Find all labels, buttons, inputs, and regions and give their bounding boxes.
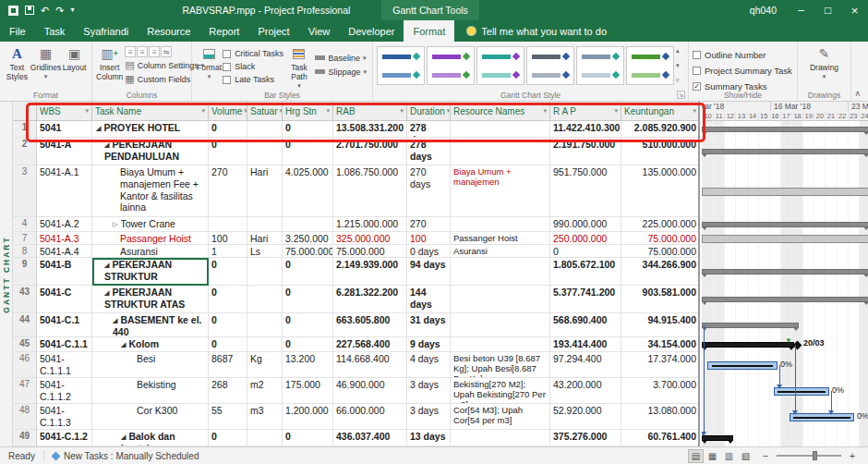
maximize-button[interactable]: □ [814, 0, 841, 20]
cell-volume[interactable]: 0 [209, 337, 247, 352]
cell-hrg-stn[interactable]: 75.000.000 [283, 245, 333, 258]
drawing-button[interactable]: ✎ Drawing ▾ [808, 43, 841, 80]
cell-rap[interactable]: 990.000.000 [550, 217, 621, 232]
summary-bar[interactable] [702, 222, 868, 227]
cell-wbs[interactable]: 5041-C.1.1 [37, 337, 92, 352]
text-styles-button[interactable]: A Text Styles [4, 43, 30, 82]
task-bar[interactable] [702, 235, 868, 243]
align-left-icon[interactable]: ≡ [125, 46, 136, 57]
cell-rab[interactable]: 436.037.400 [333, 430, 407, 446]
cell-keuntungan[interactable]: 510.000.000 [621, 138, 700, 165]
expand-triangle-icon[interactable]: ▷ [113, 221, 117, 227]
tab-project[interactable]: Project [248, 20, 298, 42]
close-button[interactable]: × [841, 0, 868, 20]
cell-satuan[interactable] [247, 286, 283, 313]
gridlines-button[interactable]: ▦ Gridlines ▾ [30, 43, 62, 80]
cell-resource-names[interactable] [451, 138, 550, 165]
cell-volume[interactable]: 55 [209, 404, 247, 430]
cell-task-name[interactable]: ◢PEKERJAAN STRUKTUR ATAS [92, 286, 209, 313]
filter-arrow-icon[interactable]: ▾ [614, 107, 618, 115]
cell-resource-names[interactable]: Passanger Hoist [451, 232, 550, 245]
cell-wbs[interactable]: 5041-A [37, 138, 92, 165]
cell-task-name[interactable]: ◢PROYEK HOTEL [92, 121, 209, 138]
column-header-rab[interactable]: RAB▾ [333, 102, 407, 120]
collapse-triangle-icon[interactable]: ◢ [104, 289, 109, 296]
align-right-icon[interactable]: ≡ [149, 46, 160, 57]
filter-arrow-icon[interactable]: ▾ [201, 107, 205, 115]
cell-hrg-stn[interactable]: 3.250.000 [283, 232, 333, 245]
cell-duration[interactable]: 270 days [407, 165, 451, 217]
resource-sheet-view-icon[interactable]: ▧ [738, 449, 753, 463]
summary-bar[interactable] [702, 323, 799, 328]
tab-view[interactable]: View [299, 20, 340, 42]
cell-hrg-stn[interactable]: 0 [283, 138, 333, 165]
cell-rap[interactable]: 568.690.400 [550, 313, 621, 337]
collapse-triangle-icon[interactable]: ◢ [113, 317, 117, 324]
collapse-triangle-icon[interactable]: ◢ [96, 125, 101, 131]
cell-duration[interactable]: 144 days [407, 286, 451, 313]
cell-task-name[interactable]: Passanger Hoist [92, 232, 209, 245]
cell-hrg-stn[interactable]: 0 [283, 121, 333, 138]
cell-wbs[interactable]: 5041 [37, 121, 92, 138]
cell-satuan[interactable]: Hari [247, 232, 283, 245]
cell-rap[interactable]: 2.191.750.000 [550, 138, 621, 165]
cell-rab[interactable]: 2.701.750.000 [333, 138, 407, 165]
undo-icon[interactable]: ↶ [41, 6, 49, 16]
cell-hrg-stn[interactable]: 1.200.000 [283, 404, 333, 430]
summary-bar[interactable] [702, 149, 868, 154]
cell-hrg-stn[interactable]: 0 [283, 430, 333, 446]
gantt-style-tile-2[interactable] [427, 46, 475, 85]
baseline-button[interactable]: Baseline ▾ [313, 51, 368, 65]
gantt-view-icon[interactable]: ▤ [688, 449, 704, 463]
gantt-style-tile-5[interactable] [576, 46, 624, 85]
cell-duration[interactable]: 278 days [407, 138, 451, 165]
checkbox-critical-tasks[interactable]: Critical Tasks [223, 47, 284, 60]
zoom-slider[interactable] [777, 455, 841, 457]
cell-resource-names[interactable]: Asuransi [451, 245, 550, 258]
collapse-triangle-icon[interactable]: ◢ [104, 141, 109, 148]
cell-keuntungan[interactable]: 13.080.000 [621, 404, 700, 430]
cell-duration[interactable]: 94 days [407, 258, 451, 286]
tab-developer[interactable]: Developer [339, 20, 404, 42]
align-center-icon[interactable]: ≡ [137, 46, 148, 57]
cell-hrg-stn[interactable]: 0 [283, 286, 333, 313]
cell-resource-names[interactable] [451, 337, 550, 352]
cell-satuan[interactable]: m2 [247, 378, 283, 404]
cell-volume[interactable]: 1 [209, 245, 247, 258]
summary-bar[interactable] [702, 269, 868, 275]
cell-wbs[interactable]: 5041-C.1 [37, 313, 92, 337]
cell-keuntungan[interactable]: 94.915.400 [621, 313, 700, 337]
cell-rap[interactable]: 52.920.000 [550, 404, 621, 430]
cell-resource-names[interactable]: Biaya Umum + manajemen [451, 165, 550, 217]
cell-rap[interactable]: 1.805.672.100 [550, 258, 621, 286]
cell-resource-names[interactable] [451, 430, 550, 446]
cell-task-name[interactable]: ◢PEKERJAAN STRUKTUR [92, 258, 209, 286]
filter-arrow-icon[interactable]: ▾ [693, 107, 696, 115]
row-number[interactable]: 4 [13, 217, 37, 232]
cell-wbs[interactable]: 5041-C.1.1.1 [37, 352, 92, 378]
cell-wbs[interactable]: 5041-B [37, 258, 92, 286]
summary-bar[interactable] [702, 297, 868, 302]
cell-duration[interactable]: 278 days [407, 121, 451, 138]
cell-rap[interactable]: 0 [550, 245, 621, 258]
column-header-wbs[interactable]: WBS▾ [37, 102, 92, 120]
cell-keuntungan[interactable]: 75.000.000 [621, 245, 700, 258]
cell-rab[interactable]: 2.149.939.000 [333, 258, 407, 286]
cell-hrg-stn[interactable]: 0 [283, 337, 333, 352]
task-bar[interactable] [707, 361, 778, 370]
cell-volume[interactable]: 0 [209, 313, 247, 337]
cell-satuan[interactable]: Ls [247, 245, 283, 258]
tab-file[interactable]: File [0, 20, 35, 42]
cell-keuntungan[interactable]: 60.761.400 [621, 430, 700, 446]
checkbox-slack[interactable]: Slack [223, 60, 284, 73]
task-bar[interactable] [702, 188, 868, 196]
filter-arrow-icon[interactable]: ▾ [400, 107, 404, 115]
cell-rap[interactable]: 5.377.741.200 [550, 286, 621, 313]
cell-hrg-stn[interactable]: 0 [283, 313, 333, 337]
cell-resource-names[interactable] [451, 313, 550, 337]
cell-keuntungan[interactable]: 34.154.000 [621, 337, 700, 352]
cell-hrg-stn[interactable]: 175.000 [283, 378, 333, 404]
task-bar[interactable] [774, 387, 829, 396]
cell-resource-names[interactable]: Besi beton U39 [8.687 Kg]; Upah Besi[8.6… [451, 352, 550, 378]
cell-satuan[interactable] [247, 430, 283, 446]
